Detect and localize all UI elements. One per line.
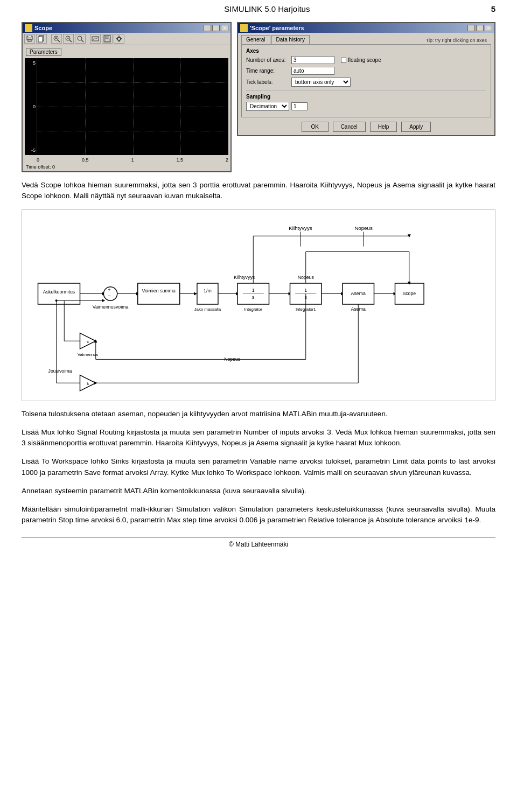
x-0: 0 <box>37 157 39 163</box>
x-05: 0.5 <box>82 157 89 163</box>
params-title: 'Scope' parameters <box>250 25 304 31</box>
tick-labels-label: Tick labels: <box>246 79 289 85</box>
paragraph-6: Määritellään simulointiparametrit malli-… <box>22 504 495 526</box>
tick-labels-row: Tick labels: bottom axis only <box>246 78 486 87</box>
scope-xaxis: 0 0.5 1 1.5 2 <box>23 156 230 164</box>
plot-canvas <box>37 58 228 155</box>
time-range-input[interactable] <box>291 67 334 75</box>
scope-params-bar: Parameters <box>23 45 230 57</box>
paragraph-1: Vedä Scope lohkoa hieman suuremmaksi, jo… <box>22 180 495 202</box>
svg-line-17 <box>96 37 97 39</box>
svg-point-21 <box>117 37 121 40</box>
x-2: 2 <box>226 157 228 163</box>
cancel-button[interactable]: Cancel <box>333 122 366 132</box>
params-body: Axes Number of axes: floating scope Time… <box>241 44 491 117</box>
time-range-label: Time range: <box>246 68 289 74</box>
svg-rect-4 <box>38 37 43 42</box>
paragraph-3: Lisää Mux lohko Signal Routing kirjastos… <box>22 427 495 449</box>
label-kiihtyvyys-block: Kiihtyvyys <box>234 275 255 280</box>
scope-toolbar <box>23 33 230 45</box>
svg-text:s: s <box>252 295 255 300</box>
toolbar-autoscale-btn[interactable] <box>90 34 101 44</box>
label-voimien-summa: Voimien summa <box>142 288 176 293</box>
scope-minimize-btn[interactable]: _ <box>204 25 211 31</box>
tab-data-history[interactable]: Data history <box>271 35 310 44</box>
tab-general[interactable]: General <box>241 35 270 44</box>
label-nopeus-top: Nopeus <box>354 225 373 230</box>
axes-row: Number of axes: floating scope <box>246 56 486 64</box>
params-minimize-btn[interactable]: _ <box>467 25 475 31</box>
grid-v-2 <box>133 58 134 155</box>
label-jako-massalla: Jako massalla <box>194 306 221 311</box>
svg-point-12 <box>78 36 82 40</box>
toolbar-print-btn[interactable] <box>24 34 35 44</box>
params-window: 'Scope' parameters _ □ × General Data hi… <box>237 22 495 136</box>
svg-rect-20 <box>105 39 109 41</box>
scope-window: Scope _ □ × <box>22 22 232 172</box>
tick-labels-select[interactable]: bottom axis only <box>291 78 351 87</box>
svg-line-6 <box>58 40 60 42</box>
floating-scope-checkbox[interactable] <box>341 58 346 63</box>
scope-close-btn[interactable]: × <box>221 25 228 31</box>
label-vaimennus: Vaimennus <box>78 352 99 356</box>
grid-v-1 <box>85 58 86 155</box>
decimation-select[interactable]: Decimation <box>246 102 289 111</box>
label-vaimennusvoima: Vaimennusvoima <box>93 304 129 309</box>
y-axis-bot: -5 <box>31 148 36 153</box>
toolbar-zoom-in-btn[interactable] <box>51 34 62 44</box>
label-askelkuormitus: Askelkuormitus <box>43 289 75 295</box>
svg-marker-70 <box>94 381 97 384</box>
y-axis-mid: 0 <box>33 104 36 109</box>
label-jousivoima: Jousivoima <box>48 368 72 373</box>
paragraph-2: Toisena tulostuksena otetaan aseman, nop… <box>22 409 495 419</box>
scope-timeoffset: Time offset: 0 <box>23 164 230 171</box>
footer-text: © Matti Lähteenmäki <box>229 541 288 548</box>
toolbar-params-icon[interactable] <box>114 34 124 44</box>
floating-scope-label: floating scope <box>341 57 381 63</box>
label-integrator: Integrator <box>244 306 263 311</box>
ok-button[interactable]: OK <box>302 122 329 132</box>
decimation-input[interactable] <box>291 102 308 110</box>
grid-v-3 <box>180 58 181 155</box>
svg-line-16 <box>95 38 96 39</box>
sampling-section-label: Sampling <box>246 94 486 100</box>
time-offset-value: 0 <box>52 164 55 170</box>
params-tabs: General Data history <box>241 35 310 44</box>
svg-marker-35 <box>194 292 197 295</box>
params-close-btn[interactable]: × <box>485 25 492 31</box>
block-voimien-summa <box>138 283 180 304</box>
svg-text:c: c <box>87 339 89 344</box>
screenshots-row: Scope _ □ × <box>22 22 495 172</box>
scope-maximize-btn[interactable]: □ <box>212 25 220 31</box>
section-divider <box>246 90 486 90</box>
scope-titlebar: Scope _ □ × <box>23 23 230 33</box>
params-app-icon <box>240 24 248 32</box>
svg-rect-2 <box>28 36 31 37</box>
num-axes-input[interactable] <box>291 56 334 64</box>
scope-parameters-btn[interactable]: Parameters <box>26 48 61 56</box>
svg-line-13 <box>81 40 83 42</box>
apply-button[interactable]: Apply <box>401 122 431 132</box>
simulink-diagram: Kiihtyvyys Nopeus Askelkuormitus + − Voi… <box>22 209 495 401</box>
block-1m <box>197 283 218 304</box>
y-axis-top: 5 <box>33 60 36 66</box>
page-title: SIMULINK 5.0 Harjoitus <box>43 4 491 13</box>
toolbar-zoom-x-btn[interactable] <box>75 34 86 44</box>
toolbar-zoom-out-btn[interactable] <box>63 34 74 44</box>
svg-line-10 <box>69 40 72 42</box>
svg-text:+: + <box>108 286 110 292</box>
svg-text:1: 1 <box>304 287 307 292</box>
paragraph-4: Lisää To Workspace lohko Sinks kirjastos… <box>22 456 495 478</box>
label-asema-block: Asema <box>351 291 366 296</box>
decimation-row: Decimation <box>246 102 486 111</box>
svg-text:1: 1 <box>252 287 255 292</box>
x-15: 1.5 <box>176 157 183 163</box>
toolbar-copy-btn[interactable] <box>36 34 47 44</box>
page-footer: © Matti Lähteenmäki <box>22 537 495 548</box>
scope-win-controls: _ □ × <box>204 25 228 31</box>
svg-marker-66 <box>102 299 105 302</box>
svg-text:1/m: 1/m <box>204 288 212 293</box>
help-button[interactable]: Help <box>370 122 397 132</box>
toolbar-save-btn[interactable] <box>102 34 113 44</box>
params-maximize-btn[interactable]: □ <box>476 25 484 31</box>
